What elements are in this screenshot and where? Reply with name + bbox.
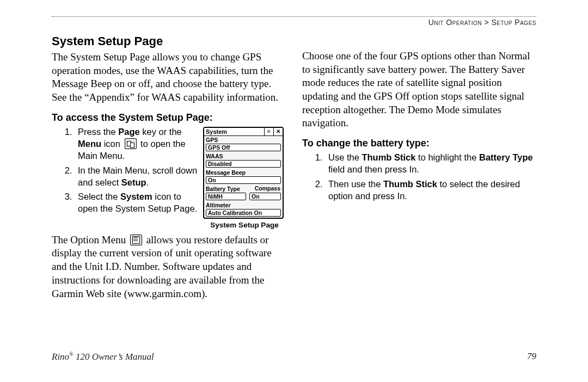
figure-caption: System Setup Page bbox=[203, 221, 286, 229]
list-item: Use the Thumb Stick to highlight the Bat… bbox=[325, 151, 536, 176]
field-label-altimeter: Altimeter bbox=[204, 201, 283, 208]
left-column: System Setup Page The System Setup Page … bbox=[52, 34, 286, 308]
field-value-gps: GPS Off bbox=[206, 144, 281, 151]
field-label-battery: Battery Type bbox=[204, 185, 255, 192]
field-label-beep: Message Beep bbox=[204, 169, 283, 176]
breadcrumb-section: Unit Operation bbox=[428, 18, 482, 27]
gps-options-paragraph: Choose one of the four GPS options other… bbox=[302, 50, 536, 130]
menu-icon bbox=[125, 138, 137, 149]
battery-steps: Use the Thumb Stick to highlight the Bat… bbox=[302, 151, 536, 202]
footer-product: Rino® 120 Owner’s Manual bbox=[52, 351, 154, 362]
field-label-compass: Compass bbox=[255, 185, 283, 192]
lcd-frame: System ≡ ✕ GPS GPS Off WAAS Disabled Mes… bbox=[203, 127, 284, 219]
right-column: Choose one of the four GPS options other… bbox=[302, 34, 536, 308]
access-heading: To access the System Setup Page: bbox=[52, 112, 286, 124]
field-value-beep: On bbox=[206, 176, 281, 184]
option-menu-paragraph: The Option Menu allows you restore defau… bbox=[52, 233, 286, 300]
page-number: 79 bbox=[527, 351, 536, 362]
field-value-waas: Disabled bbox=[206, 160, 281, 168]
field-value-altimeter: Auto Calibration On bbox=[206, 209, 281, 217]
battery-heading: To change the battery type: bbox=[302, 138, 536, 149]
system-setup-figure: System ≡ ✕ GPS GPS Off WAAS Disabled Mes… bbox=[203, 127, 286, 229]
section-heading: System Setup Page bbox=[52, 34, 286, 48]
intro-paragraph: The System Setup Page allows you to chan… bbox=[52, 51, 286, 104]
close-icon: ✕ bbox=[273, 128, 283, 135]
field-label-gps: GPS bbox=[204, 136, 283, 143]
lcd-title: System bbox=[204, 128, 264, 135]
breadcrumb-separator: > bbox=[484, 18, 489, 27]
breadcrumb: Unit Operation > Setup Pages bbox=[52, 18, 536, 27]
breadcrumb-page: Setup Pages bbox=[491, 18, 536, 27]
options-icon bbox=[130, 235, 142, 245]
page-footer: Rino® 120 Owner’s Manual 79 bbox=[52, 351, 536, 362]
options-icon: ≡ bbox=[264, 128, 273, 135]
list-item: Then use the Thumb Stick to select the d… bbox=[325, 178, 536, 202]
field-value-compass: On bbox=[249, 193, 281, 200]
field-value-battery: NiMH bbox=[206, 193, 246, 200]
field-label-waas: WAAS bbox=[204, 152, 283, 159]
